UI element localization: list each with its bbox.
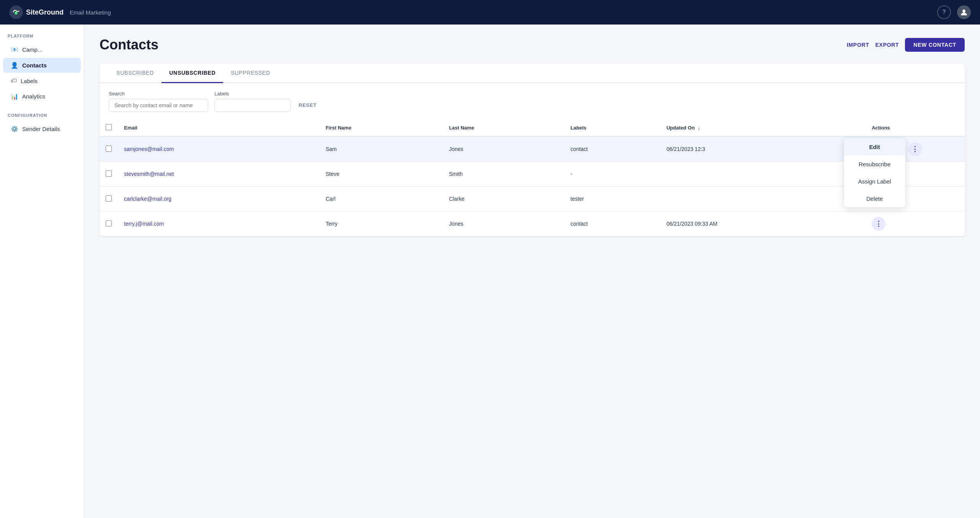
platform-section-label: PLATFORM — [0, 31, 84, 41]
row3-checkbox-cell — [100, 187, 118, 211]
table-row: carlclarke@mail.org Carl Clarke tester ⋮ — [100, 187, 965, 211]
export-button[interactable]: EXPORT — [875, 42, 899, 48]
row3-email[interactable]: carlclarke@mail.org — [118, 187, 320, 211]
user-avatar-button[interactable] — [957, 5, 971, 19]
row4-actions-cell: ⋮ — [866, 211, 965, 236]
dropdown-delete-item[interactable]: Delete — [844, 190, 905, 207]
svg-point-1 — [15, 11, 18, 15]
row4-email[interactable]: terry.j@mail.com — [118, 211, 320, 236]
row2-first-name: Steve — [320, 162, 443, 187]
search-label: Search — [109, 91, 208, 97]
siteground-logo-icon — [9, 5, 23, 19]
logo-text: SiteGround — [26, 8, 64, 16]
row1-checkbox-cell — [100, 136, 118, 162]
sidebar-item-labels[interactable]: 🏷 Labels — [3, 74, 81, 88]
nav-right: ? — [937, 5, 971, 19]
row1-first-name: Sam — [320, 136, 443, 162]
dropdown-edit-item[interactable]: Edit — [844, 138, 905, 156]
layout: PLATFORM 📧 Camp... 👤 Contacts 🏷 Labels 📊… — [0, 25, 980, 518]
search-input[interactable] — [109, 99, 208, 112]
col-updated-on[interactable]: Updated On ↓ — [660, 120, 866, 136]
labels-icon: 🏷 — [11, 77, 17, 84]
row4-updated-on: 06/21/2023 09:33 AM — [660, 211, 866, 236]
row4-checkbox-cell — [100, 211, 118, 236]
dropdown-resubscribe-item[interactable]: Resubscribe — [844, 156, 905, 173]
svg-point-2 — [962, 10, 965, 13]
analytics-icon: 📊 — [11, 93, 18, 100]
row4-actions-button[interactable]: ⋮ — [872, 217, 885, 231]
col-first-name: First Name — [320, 120, 443, 136]
campaigns-icon: 📧 — [11, 46, 18, 53]
row4-labels: contact — [564, 211, 660, 236]
col-email: Email — [118, 120, 320, 136]
row1-email[interactable]: samjones@mail.com — [118, 136, 320, 162]
nav-left: SiteGround Email Marketing — [9, 5, 111, 19]
row3-first-name: Carl — [320, 187, 443, 211]
tab-unsubscribed[interactable]: UNSUBSCRIBED — [162, 64, 223, 83]
logo: SiteGround — [9, 5, 64, 19]
user-icon — [960, 8, 968, 16]
contacts-table: Email First Name Last Name Labels Update… — [100, 120, 965, 236]
top-nav: SiteGround Email Marketing ? — [0, 0, 980, 25]
row3-labels: tester — [564, 187, 660, 211]
main-content: Contacts IMPORT EXPORT NEW CONTACT SUBSC… — [84, 25, 980, 518]
row2-updated-on — [660, 162, 866, 187]
row1-actions-cell: ⋮ Edit Resubscribe Assign Label Delete — [866, 136, 965, 162]
filters: Search Labels RESET — [100, 83, 965, 120]
row4-last-name: Jones — [443, 211, 564, 236]
row4-first-name: Terry — [320, 211, 443, 236]
configuration-section-label: CONFIGURATION — [0, 110, 84, 121]
sidebar-item-sender-details[interactable]: ⚙️ Sender Details — [3, 121, 81, 136]
row1-actions-button[interactable]: ⋮ — [908, 142, 922, 156]
row3-last-name: Clarke — [443, 187, 564, 211]
header-actions: IMPORT EXPORT NEW CONTACT — [847, 38, 965, 52]
sidebar-item-analytics[interactable]: 📊 Analytics — [3, 89, 81, 104]
new-contact-button[interactable]: NEW CONTACT — [905, 38, 965, 52]
row1-actions-container: ⋮ Edit Resubscribe Assign Label Delete — [908, 142, 922, 156]
row1-checkbox[interactable] — [106, 146, 112, 152]
col-labels: Labels — [564, 120, 660, 136]
table-body: samjones@mail.com Sam Jones contact 06/2… — [100, 136, 965, 236]
row2-last-name: Smith — [443, 162, 564, 187]
reset-button[interactable]: RESET — [297, 99, 318, 111]
row3-updated-on — [660, 187, 866, 211]
row1-updated-on: 06/21/2023 12:3 — [660, 136, 866, 162]
col-last-name: Last Name — [443, 120, 564, 136]
tab-subscribed[interactable]: SUBSCRIBED — [109, 64, 162, 83]
settings-icon: ⚙️ — [11, 125, 18, 133]
contacts-card: SUBSCRIBED UNSUBSCRIBED SUPPRESSED Searc… — [100, 64, 965, 236]
table-row: terry.j@mail.com Terry Jones contact 06/… — [100, 211, 965, 236]
table-header: Email First Name Last Name Labels Update… — [100, 120, 965, 136]
page-title: Contacts — [100, 37, 158, 53]
row2-email[interactable]: stevesmith@mail.net — [118, 162, 320, 187]
row4-checkbox[interactable] — [106, 220, 112, 226]
sidebar-item-campaigns[interactable]: 📧 Camp... — [3, 42, 81, 57]
import-button[interactable]: IMPORT — [847, 42, 869, 48]
select-all-header — [100, 120, 118, 136]
sort-arrow-icon: ↓ — [697, 125, 700, 131]
sidebar-item-campaigns-label: Camp... — [22, 46, 42, 53]
sidebar: PLATFORM 📧 Camp... 👤 Contacts 🏷 Labels 📊… — [0, 25, 84, 518]
sidebar-item-contacts-label: Contacts — [22, 62, 47, 69]
row1-labels: contact — [564, 136, 660, 162]
labels-filter-group: Labels — [214, 91, 291, 112]
row1-dropdown-menu: Edit Resubscribe Assign Label Delete — [844, 138, 905, 207]
tabs: SUBSCRIBED UNSUBSCRIBED SUPPRESSED — [100, 64, 965, 83]
tab-suppressed[interactable]: SUPPRESSED — [223, 64, 278, 83]
help-button[interactable]: ? — [937, 5, 951, 19]
row2-checkbox-cell — [100, 162, 118, 187]
select-all-checkbox[interactable] — [106, 124, 112, 130]
labels-filter-label: Labels — [214, 91, 291, 97]
app-module-title: Email Marketing — [70, 9, 111, 16]
sidebar-item-sender-details-label: Sender Details — [22, 126, 60, 132]
row2-checkbox[interactable] — [106, 170, 112, 177]
row1-last-name: Jones — [443, 136, 564, 162]
contacts-icon: 👤 — [11, 62, 18, 69]
table-row: samjones@mail.com Sam Jones contact 06/2… — [100, 136, 965, 162]
dropdown-assign-label-item[interactable]: Assign Label — [844, 173, 905, 190]
labels-filter-input[interactable] — [214, 99, 291, 112]
contacts-table-wrap: Email First Name Last Name Labels Update… — [100, 120, 965, 236]
row2-labels: - — [564, 162, 660, 187]
row3-checkbox[interactable] — [106, 195, 112, 202]
sidebar-item-contacts[interactable]: 👤 Contacts — [3, 58, 81, 73]
